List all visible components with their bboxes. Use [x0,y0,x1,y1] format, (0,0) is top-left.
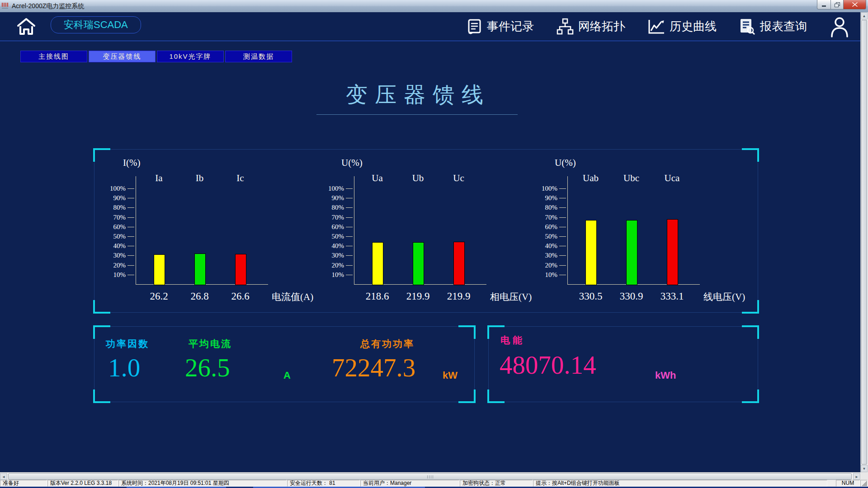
y-tick-mark [559,227,566,227]
y-tick-label: 10% [316,271,344,279]
y-tick-label: 10% [98,271,126,279]
home-icon[interactable] [16,17,36,35]
user-icon[interactable] [830,16,849,38]
y-tick-mark [346,207,353,208]
y-tick-label: 10% [529,271,557,279]
power-factor-value: 1.0 [108,353,140,382]
bar [413,242,424,285]
network-topology-icon [557,18,574,35]
y-tick-mark [346,265,353,266]
y-tick-mark [127,217,134,218]
window-title: Acrel-2000Z电力监控系统 [12,2,84,10]
vertical-scroll-thumb[interactable] [861,20,867,465]
scroll-corner [861,472,868,480]
status-segment-6: 加密狗状态：正常 [460,480,533,487]
y-tick-mark [346,188,353,189]
y-tick-label: 40% [316,242,344,250]
y-tick-mark [346,198,353,198]
y-tick-label: 70% [98,214,126,221]
bar [194,253,206,285]
nav-item-label: 报表查询 [760,19,807,34]
power-factor-label: 功率因数 [106,338,149,350]
energy-unit: kWh [655,370,676,381]
bar-chart-3: U(%)100%90%80%70%60%50%40%30%20%10%Uab33… [518,154,735,310]
vertical-scrollbar[interactable]: ▲ ▼ [860,12,868,472]
navbar: 安科瑞SCADA 事件记录网络拓扑历史曲线报表查询 [0,12,861,41]
scroll-right-arrow[interactable]: ► [853,473,860,480]
numlock-indicator: NUM [836,480,860,487]
y-tick-label: 90% [529,194,557,202]
y-tick-label: 100% [98,185,126,192]
active-power-value: 72247.3 [332,353,415,382]
nav-item-1[interactable]: 事件记录 [467,19,534,35]
horizontal-scrollbar[interactable]: ◄ ► [0,472,861,480]
y-tick-label: 20% [316,262,344,269]
scroll-left-arrow[interactable]: ◄ [0,473,7,480]
nav-item-label: 事件记录 [487,19,534,34]
bar [626,220,637,285]
bar-value: 330.5 [568,291,613,302]
close-icon [852,2,858,7]
y-tick-label: 50% [529,233,557,240]
bar-value: 26.2 [137,291,182,302]
y-tick-label: 70% [529,214,557,221]
history-curve-icon [648,19,665,34]
y-axis-line [136,176,136,284]
close-button[interactable] [843,0,866,9]
nav-item-3[interactable]: 历史曲线 [648,19,717,34]
bar [453,242,465,285]
brand-button[interactable]: 安科瑞SCADA [51,16,141,33]
tab-4[interactable]: 测温数据 [225,51,292,62]
y-tick-mark [127,265,134,266]
corner-bracket [458,389,476,403]
y-tick-label: 30% [316,252,344,259]
bar-value: 26.8 [177,291,222,302]
status-segment-1: 准备好 [0,480,47,487]
tab-3[interactable]: 10kV光字牌 [157,51,224,62]
active-power-unit: kW [443,370,458,381]
corner-bracket [742,389,759,403]
chart-axis-title: U(%) [341,157,363,169]
status-segment-2: 版本Ver 2.2.0 LEG 3.3.18 [47,480,118,487]
tab-1[interactable]: 主接线图 [20,51,87,62]
status-segment-3: 系统时间：2021年08月19日 09:51:01 星期四 [118,480,287,487]
app-window: Acrel-2000Z电力监控系统 安科瑞SCADA [0,0,868,488]
energy-panel: 电能 48070.14 kWh [488,326,758,402]
bar [235,254,246,285]
report-query-icon [739,18,755,35]
y-tick-mark [559,217,566,218]
tab-2[interactable]: 变压器馈线 [89,51,156,62]
bar-chart-2: U(%)100%90%80%70%60%50%40%30%20%10%Ua218… [304,154,521,310]
y-tick-label: 30% [529,252,557,259]
y-tick-mark [127,227,134,227]
title-underline [316,114,518,115]
corner-bracket [742,148,759,162]
bar [154,254,165,285]
y-tick-label: 50% [316,233,344,240]
y-tick-mark [346,255,353,256]
y-tick-label: 90% [316,194,344,202]
y-tick-label: 20% [529,262,557,269]
series-label: Ub [396,173,441,184]
restore-button[interactable] [831,0,843,9]
nav-item-2[interactable]: 网络拓扑 [557,18,625,35]
scroll-up-arrow[interactable]: ▲ [861,12,868,19]
y-tick-label: 40% [529,242,557,250]
chart-axis-title: U(%) [555,157,576,169]
y-tick-mark [559,265,566,266]
energy-label: 电能 [500,334,525,347]
y-tick-label: 60% [98,223,126,231]
scroll-down-arrow[interactable]: ▼ [861,465,868,472]
metrics-panel: 功率因数 1.0 平均电流 26.5 A 总有功功率 72247.3 kW [94,326,475,402]
horizontal-scroll-thumb[interactable] [8,473,852,480]
series-label: Ib [177,173,222,184]
nav-item-4[interactable]: 报表查询 [739,18,807,35]
corner-bracket [742,325,759,339]
series-label: Ubc [609,173,654,184]
y-tick-mark [346,227,353,227]
minimize-button[interactable] [817,0,831,9]
y-tick-label: 100% [316,185,344,192]
y-tick-mark [346,217,353,218]
y-tick-mark [127,275,134,275]
y-tick-label: 60% [529,223,557,231]
